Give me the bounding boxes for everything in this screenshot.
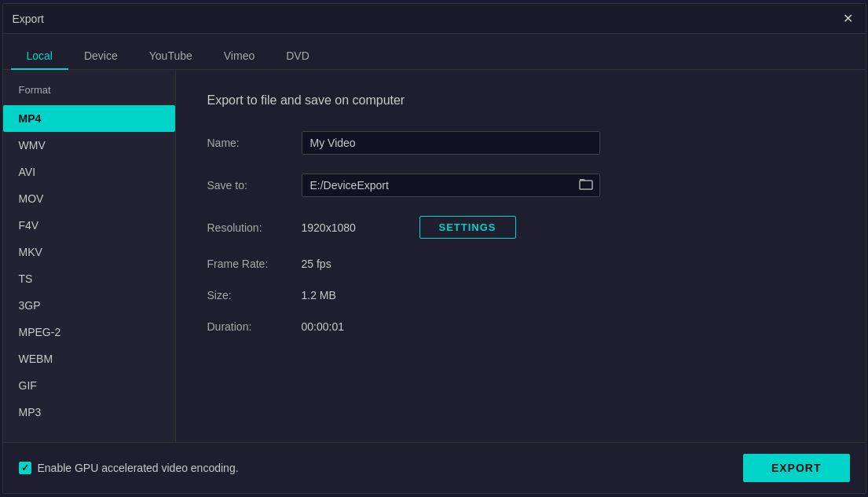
- settings-button[interactable]: SETTINGS: [419, 216, 516, 239]
- format-f4v[interactable]: F4V: [3, 212, 175, 239]
- format-mov[interactable]: MOV: [3, 185, 175, 212]
- svg-rect-0: [580, 181, 592, 189]
- content-area: Format MP4 WMV AVI MOV F4V MKV TS 3GP MP…: [3, 70, 866, 442]
- resolution-label: Resolution:: [207, 221, 302, 234]
- resolution-value: 1920x1080: [302, 221, 396, 234]
- save-to-wrapper: [302, 174, 600, 197]
- size-field-row: Size: 1.2 MB: [207, 289, 834, 301]
- bottom-bar: Enable GPU accelerated video encoding. E…: [3, 442, 866, 493]
- format-gif[interactable]: GIF: [3, 372, 175, 399]
- close-button[interactable]: ✕: [841, 11, 856, 27]
- resolution-row: 1920x1080 SETTINGS: [302, 216, 516, 239]
- format-avi[interactable]: AVI: [3, 159, 175, 185]
- save-to-label: Save to:: [207, 179, 302, 192]
- tab-device[interactable]: Device: [68, 43, 134, 70]
- frame-rate-field-row: Frame Rate: 25 fps: [207, 258, 834, 270]
- format-3gp[interactable]: 3GP: [3, 292, 175, 319]
- tab-vimeo[interactable]: Vimeo: [208, 43, 270, 70]
- gpu-checkbox-label[interactable]: Enable GPU accelerated video encoding.: [19, 462, 239, 474]
- size-value: 1.2 MB: [302, 289, 834, 301]
- tab-youtube[interactable]: YouTube: [134, 43, 208, 70]
- format-mkv[interactable]: MKV: [3, 239, 175, 265]
- format-sidebar: Format MP4 WMV AVI MOV F4V MKV TS 3GP MP…: [3, 70, 176, 442]
- format-header: Format: [3, 78, 175, 102]
- browse-folder-button[interactable]: [573, 174, 599, 196]
- duration-value: 00:00:01: [302, 320, 834, 333]
- tab-bar: Local Device YouTube Vimeo DVD: [3, 34, 866, 70]
- export-dialog: Export ✕ Local Device YouTube Vimeo DVD …: [2, 3, 866, 494]
- name-label: Name:: [207, 137, 302, 149]
- section-title: Export to file and save on computer: [207, 93, 834, 108]
- format-mp4[interactable]: MP4: [3, 105, 175, 132]
- format-mpeg2[interactable]: MPEG-2: [3, 319, 175, 345]
- export-button[interactable]: EXPORT: [743, 454, 850, 482]
- name-field-row: Name:: [207, 131, 834, 155]
- format-ts[interactable]: TS: [3, 265, 175, 292]
- format-wmv[interactable]: WMV: [3, 132, 175, 159]
- frame-rate-value: 25 fps: [302, 258, 834, 270]
- dialog-title: Export: [13, 13, 44, 25]
- tab-local[interactable]: Local: [11, 43, 68, 70]
- save-to-field-row: Save to:: [207, 174, 834, 197]
- save-to-input[interactable]: [302, 174, 573, 196]
- format-mp3[interactable]: MP3: [3, 399, 175, 426]
- duration-label: Duration:: [207, 320, 302, 333]
- tab-dvd[interactable]: DVD: [270, 43, 325, 70]
- gpu-checkbox[interactable]: [19, 462, 31, 474]
- duration-field-row: Duration: 00:00:01: [207, 320, 834, 333]
- frame-rate-label: Frame Rate:: [207, 258, 302, 270]
- main-panel: Export to file and save on computer Name…: [176, 70, 866, 442]
- title-bar: Export ✕: [3, 4, 866, 34]
- resolution-field-row: Resolution: 1920x1080 SETTINGS: [207, 216, 834, 239]
- format-webm[interactable]: WEBM: [3, 345, 175, 372]
- name-input[interactable]: [302, 131, 600, 155]
- gpu-label-text: Enable GPU accelerated video encoding.: [38, 462, 239, 474]
- size-label: Size:: [207, 289, 302, 301]
